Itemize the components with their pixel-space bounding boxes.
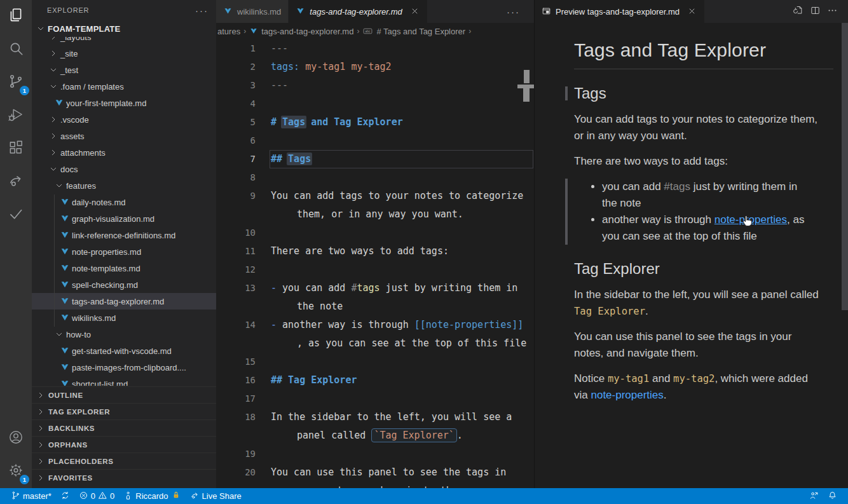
tab-preview[interactable]: Preview tags-and-tag-explorer.md xyxy=(535,0,704,23)
activity-item-extensions[interactable] xyxy=(0,132,32,165)
code-line[interactable]: 10 xyxy=(216,224,534,242)
sidebar-panel-placeholders[interactable]: PLACEHOLDERS xyxy=(32,453,216,469)
breadcrumb[interactable]: atures›tags-and-tag-explorer.md›abc# Tag… xyxy=(216,23,534,39)
code-line[interactable]: 14- another way is through [[note-proper… xyxy=(216,316,534,334)
sidebar-panel-orphans[interactable]: ORPHANS xyxy=(32,436,216,453)
tree-item-label: shortcut-list.md xyxy=(72,379,128,386)
editor-more-actions[interactable]: ··· xyxy=(507,0,520,23)
code-line[interactable]: 11There are two ways to add tags: xyxy=(216,242,534,261)
status-item-icon[interactable] xyxy=(56,488,74,504)
tree-item[interactable]: note-templates.md xyxy=(32,260,216,276)
line-text: , as you can see at the top of this file xyxy=(297,334,534,353)
code-line[interactable]: 4 xyxy=(216,95,534,113)
code-line[interactable]: 6 xyxy=(216,132,534,150)
tree-item-label: assets xyxy=(60,132,85,141)
preview-scrollbar[interactable] xyxy=(842,23,848,310)
status-item-feedback-icon[interactable] xyxy=(805,488,823,504)
activity-item-run-and-debug[interactable] xyxy=(0,99,32,132)
preview-link[interactable]: note-properties xyxy=(715,214,787,226)
tree-item[interactable]: attachments xyxy=(32,144,216,161)
open-source-icon[interactable] xyxy=(793,5,804,18)
code-line[interactable]: 12 xyxy=(216,261,534,279)
status-item-0[interactable]: 00 xyxy=(74,488,119,504)
tree-item[interactable]: link-reference-definitions.md xyxy=(32,227,216,243)
tree-item[interactable]: docs xyxy=(32,161,216,177)
breadcrumb-item[interactable]: atures xyxy=(217,27,240,36)
tab-tags-and-tag-explorer.md[interactable]: tags-and-tag-explorer.md xyxy=(289,0,427,23)
line-text: You can use this panel to see the tags i… xyxy=(271,463,534,482)
activity-item-tasks[interactable] xyxy=(0,198,32,231)
preview-link[interactable]: note-properties xyxy=(591,389,663,401)
breadcrumb-item[interactable]: tags-and-tag-explorer.md xyxy=(261,27,353,36)
editor-tab-bar: wikilinks.mdtags-and-tag-explorer.md··· xyxy=(216,0,534,23)
sidebar-panel-outline[interactable]: OUTLINE xyxy=(32,386,216,403)
code-line[interactable]: 15 xyxy=(216,353,534,371)
code-line[interactable]: the note xyxy=(216,297,534,316)
symbol-string-icon: abc xyxy=(362,27,373,36)
sidebar-panel-favorites[interactable]: FAVORITES xyxy=(32,469,216,486)
code-line[interactable]: 16## Tag Explorer xyxy=(216,371,534,390)
code-line[interactable]: 18In the sidebar to the left, you will s… xyxy=(216,408,534,426)
activity-item-source-control[interactable]: 1 xyxy=(0,66,32,99)
tree-item[interactable]: tags-and-tag-explorer.md xyxy=(32,293,216,310)
code-line[interactable]: them, or in any way you want. xyxy=(216,205,534,224)
code-line[interactable]: 17 xyxy=(216,390,534,408)
code-line[interactable]: 19 xyxy=(216,445,534,463)
status-item-master-[interactable]: master* xyxy=(6,488,56,504)
line-number: 9 xyxy=(216,187,256,205)
tree-item[interactable]: _layouts xyxy=(32,37,216,45)
tree-item[interactable]: spell-checking.md xyxy=(32,276,216,293)
activity-item-accounts[interactable] xyxy=(0,422,32,455)
run-debug-icon xyxy=(8,106,24,125)
editor-code-area[interactable]: 1---2tags: my-tag1 my-tag23---45# Tags a… xyxy=(216,39,534,488)
tree-item[interactable]: get-started-with-vscode.md xyxy=(32,343,216,359)
activity-item-search[interactable] xyxy=(0,33,32,66)
code-line[interactable]: 8 xyxy=(216,168,534,187)
sidebar-panel-tag-explorer[interactable]: TAG EXPLORER xyxy=(32,403,216,419)
tree-item[interactable]: _site xyxy=(32,45,216,62)
status-item-label: master* xyxy=(23,491,51,501)
code-line[interactable]: 20You can use this panel to see the tags… xyxy=(216,463,534,482)
tree-item[interactable]: daily-notes.md xyxy=(32,194,216,210)
status-item-bell-icon[interactable] xyxy=(823,488,842,504)
tree-item[interactable]: wikilinks.md xyxy=(32,310,216,326)
split-editor-icon[interactable] xyxy=(810,5,821,18)
tree-item[interactable]: _test xyxy=(32,62,216,78)
close-icon[interactable] xyxy=(687,6,697,17)
code-line[interactable]: 7## Tags xyxy=(216,150,534,168)
code-line[interactable]: 3--- xyxy=(216,76,534,95)
chevron-right-icon xyxy=(48,37,58,42)
activity-item-live-share[interactable] xyxy=(0,165,32,198)
sidebar-more-actions[interactable]: ··· xyxy=(195,5,209,16)
status-item-live-share[interactable]: Live Share xyxy=(186,488,246,504)
status-item-riccardo[interactable]: Riccardo xyxy=(119,488,185,504)
tree-item[interactable]: .foam / templates xyxy=(32,78,216,95)
tree-item[interactable]: shortcut-list.md xyxy=(32,376,216,386)
code-line[interactable]: 9You can add tags to your notes to categ… xyxy=(216,187,534,205)
code-line[interactable]: your notes, and navigate them. xyxy=(216,482,534,488)
line-number: 6 xyxy=(216,132,256,150)
code-line[interactable]: , as you can see at the top of this file xyxy=(216,334,534,353)
code-line[interactable]: 5# Tags and Tag Explorer xyxy=(216,113,534,132)
code-line[interactable]: panel called `Tag Explorer`. xyxy=(216,426,534,445)
tree-item[interactable]: note-properties.md xyxy=(32,243,216,260)
more-icon[interactable] xyxy=(827,5,838,18)
breadcrumb-item[interactable]: # Tags and Tag Explorer xyxy=(376,27,465,36)
tree-item[interactable]: paste-images-from-clipboard.... xyxy=(32,359,216,376)
tree-item[interactable]: features xyxy=(32,177,216,194)
tab-wikilinks.md[interactable]: wikilinks.md xyxy=(216,0,288,23)
tree-item[interactable]: .vscode xyxy=(32,111,216,128)
activity-item-manage[interactable]: 1 xyxy=(0,455,32,488)
activity-item-explorer[interactable] xyxy=(0,0,32,33)
tree-item[interactable]: how-to xyxy=(32,326,216,343)
tree-item[interactable]: assets xyxy=(32,128,216,144)
sidebar-panel-backlinks[interactable]: BACKLINKS xyxy=(32,419,216,436)
close-icon[interactable] xyxy=(410,6,420,17)
explorer-icon xyxy=(8,7,24,26)
workspace-root-row[interactable]: FOAM-TEMPLATE xyxy=(32,20,216,37)
code-line[interactable]: 13- you can add #tags just by writing th… xyxy=(216,279,534,297)
tree-item[interactable]: graph-visualization.md xyxy=(32,210,216,227)
code-line[interactable]: 1--- xyxy=(216,39,534,58)
code-line[interactable]: 2tags: my-tag1 my-tag2 xyxy=(216,58,534,76)
tree-item[interactable]: your-first-template.md xyxy=(32,95,216,111)
